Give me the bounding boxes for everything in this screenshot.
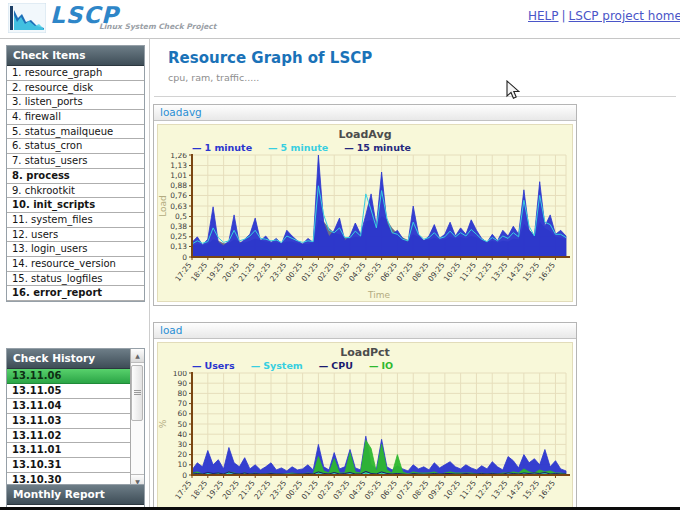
svg-text:0: 0 (182, 253, 187, 262)
check-item[interactable]: 3. listen_ports (7, 95, 144, 110)
check-item[interactable]: 13. login_users (7, 242, 144, 257)
svg-text:0,38: 0,38 (170, 222, 187, 231)
check-item[interactable]: 11. system_files (7, 213, 144, 228)
chart-legend: —Users—System—CPU—IO (192, 359, 572, 371)
svg-text:0,5: 0,5 (175, 212, 187, 221)
check-items-header: Check Items (7, 46, 144, 66)
check-item[interactable]: 7. status_users (7, 154, 144, 169)
svg-text:0,88: 0,88 (170, 181, 187, 190)
check-item[interactable]: 10. init_scripts (7, 198, 144, 213)
check-item[interactable]: 8. process (7, 169, 144, 184)
loadavg-chart: LoadAvg —1 minute—5 minute—15 minute 00,… (157, 124, 573, 302)
legend-item: —System (251, 360, 303, 371)
check-item[interactable]: 14. resource_version (7, 257, 144, 272)
svg-text:50: 50 (177, 420, 187, 429)
chart-title: LoadAvg (158, 125, 572, 141)
check-items-panel: Check Items 1. resource_graph2. resource… (6, 45, 145, 302)
svg-text:60: 60 (177, 409, 187, 418)
legend-item: —1 minute (192, 142, 252, 153)
check-item[interactable]: 2. resource_disk (7, 81, 144, 96)
loadavg-panel-header[interactable]: loadavg (154, 105, 576, 121)
check-history-panel: Check History 13.11.0613.11.0513.11.0413… (6, 348, 145, 489)
legend-swatch-icon: — (319, 360, 329, 371)
project-home-link[interactable]: LSCP project home (569, 9, 680, 23)
chart-plot-area: 00,130,250,380,50,630,760,881,011,131,26… (158, 153, 574, 301)
legend-item: —CPU (319, 360, 353, 371)
lscp-app-window: LSCP Linux System Check Project HELP|LSC… (0, 0, 680, 510)
legend-swatch-icon: — (192, 142, 202, 153)
svg-text:0: 0 (182, 471, 187, 480)
check-items-list: 1. resource_graph2. resource_disk3. list… (7, 66, 144, 301)
loadpct-chart: LoadPct —Users—System—CPU—IO 01020304050… (157, 342, 573, 510)
check-item[interactable]: 12. users (7, 228, 144, 243)
svg-text:20: 20 (177, 450, 187, 459)
check-history-list: Check History 13.11.0613.11.0513.11.0413… (7, 349, 130, 488)
load-panel: load LoadPct —Users—System—CPU—IO 010203… (153, 322, 577, 510)
check-item[interactable]: 4. firewall (7, 110, 144, 125)
scrollbar-track[interactable] (131, 363, 144, 474)
legend-swatch-icon: — (268, 142, 278, 153)
svg-text:90: 90 (177, 379, 187, 388)
page-subtitle: cpu, ram, traffic..... (168, 72, 259, 83)
thumb-grip-icon (134, 390, 141, 391)
legend-swatch-icon: — (344, 142, 354, 153)
chart-title: LoadPct (158, 343, 572, 359)
svg-text:80: 80 (177, 389, 187, 398)
history-item[interactable]: 13.11.01 (7, 443, 130, 458)
svg-text:1,26: 1,26 (170, 153, 187, 160)
svg-text:0,13: 0,13 (170, 242, 187, 251)
legend-item: —15 minute (344, 142, 411, 153)
loadavg-panel: loadavg LoadAvg —1 minute—5 minute—15 mi… (153, 104, 577, 306)
check-item[interactable]: 15. status_logfiles (7, 272, 144, 287)
header-bar: LSCP Linux System Check Project HELP|LSC… (0, 0, 680, 39)
svg-text:Time: Time (367, 290, 390, 300)
help-link[interactable]: HELP (528, 9, 559, 23)
svg-text:0,25: 0,25 (170, 232, 187, 241)
check-item[interactable]: 6. status_cron (7, 139, 144, 154)
legend-item: —5 minute (268, 142, 328, 153)
content-divider-vertical (149, 38, 150, 510)
svg-text:Load: Load (158, 195, 168, 217)
app-subtitle: Linux System Check Project (99, 22, 216, 31)
monthly-report-header[interactable]: Monthly Report (7, 485, 144, 505)
legend-swatch-icon: — (251, 360, 261, 371)
history-scrollbar[interactable]: ▲ ▼ (130, 349, 144, 488)
svg-text:70: 70 (177, 399, 187, 408)
history-item[interactable]: 13.11.02 (7, 429, 130, 444)
svg-text:%: % (158, 419, 168, 428)
scrollbar-thumb[interactable] (131, 365, 143, 421)
svg-text:16:25: 16:25 (537, 479, 558, 502)
check-item[interactable]: 5. status_mailqueue (7, 125, 144, 140)
load-panel-header[interactable]: load (154, 323, 576, 339)
check-history-header: Check History (7, 349, 130, 369)
page-title: Resource Graph of LSCP (168, 49, 372, 67)
chart-plot-area: 010203040506070809010017:2518:2519:2520:… (158, 371, 574, 510)
history-item[interactable]: 13.11.04 (7, 399, 130, 414)
svg-text:16:25: 16:25 (537, 261, 558, 284)
history-item[interactable]: 13.10.31 (7, 458, 130, 473)
svg-text:0,76: 0,76 (170, 191, 187, 200)
mouse-cursor-icon (506, 80, 520, 104)
scroll-up-icon[interactable]: ▲ (131, 349, 144, 363)
svg-text:0,63: 0,63 (170, 202, 187, 211)
legend-swatch-icon: — (369, 360, 379, 371)
history-item[interactable]: 13.11.03 (7, 414, 130, 429)
history-item[interactable]: 13.11.05 (7, 384, 130, 399)
legend-swatch-icon: — (192, 360, 202, 371)
check-item[interactable]: 9. chkrootkit (7, 184, 144, 199)
check-item[interactable]: 1. resource_graph (7, 66, 144, 81)
header-links: HELP|LSCP project home (528, 9, 680, 23)
history-item[interactable]: 13.11.06 (7, 369, 130, 384)
legend-item: —Users (192, 360, 235, 371)
content-divider-horizontal (154, 96, 676, 97)
svg-text:1,01: 1,01 (170, 171, 187, 180)
lscp-logo-icon (8, 3, 46, 37)
svg-text:1,13: 1,13 (170, 161, 187, 170)
svg-text:40: 40 (177, 430, 187, 439)
link-separator: | (562, 9, 566, 23)
svg-text:100: 100 (173, 371, 188, 378)
svg-text:30: 30 (177, 440, 187, 449)
svg-text:10: 10 (177, 460, 187, 469)
check-item[interactable]: 16. error_report (7, 286, 144, 301)
legend-item: —IO (369, 360, 393, 371)
